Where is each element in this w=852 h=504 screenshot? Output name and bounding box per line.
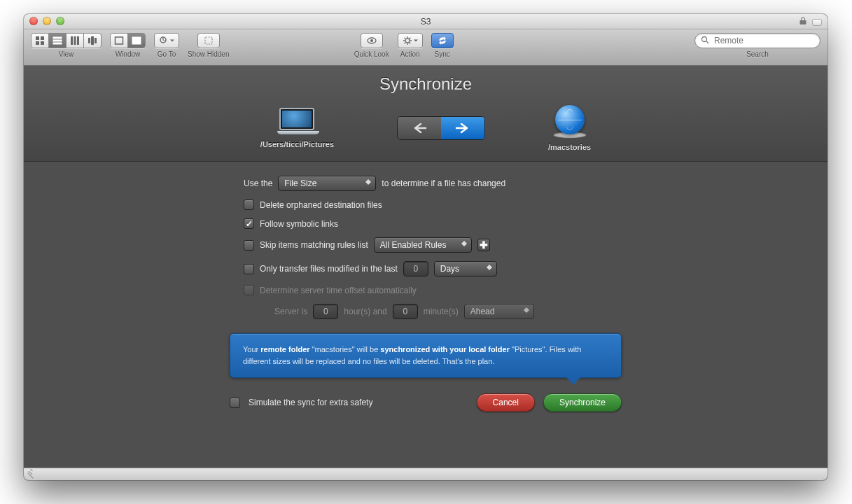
server-hours-value: 0 bbox=[313, 304, 338, 319]
svg-rect-15 bbox=[137, 37, 141, 44]
svg-rect-4 bbox=[53, 37, 62, 38]
svg-point-29 bbox=[701, 36, 706, 41]
svg-rect-3 bbox=[41, 41, 44, 45]
server-is-prefix: Server is bbox=[274, 307, 307, 316]
svg-rect-5 bbox=[53, 40, 62, 41]
view-mode-segment bbox=[31, 33, 102, 48]
toolbar: View Window Go To Show bbox=[24, 29, 827, 66]
simulate-checkbox[interactable] bbox=[230, 398, 240, 408]
window-split-button[interactable] bbox=[127, 33, 146, 48]
globe-icon bbox=[553, 105, 587, 139]
only-transfer-checkbox[interactable] bbox=[244, 264, 254, 274]
rules-dropdown[interactable]: All Enabled Rules bbox=[374, 237, 472, 253]
only-transfer-unit-dropdown[interactable]: Days bbox=[434, 261, 497, 276]
svg-line-28 bbox=[404, 43, 405, 43]
goto-button[interactable] bbox=[154, 33, 179, 48]
skip-rules-label: Skip items matching rules list bbox=[260, 240, 368, 250]
sync-panel: Synchronize /Users/ticci/Pictures bbox=[24, 66, 827, 468]
search-label: Search bbox=[746, 50, 769, 58]
svg-rect-10 bbox=[88, 38, 90, 43]
show-hidden-button[interactable] bbox=[197, 33, 220, 48]
titlebar-pill-button[interactable] bbox=[812, 19, 822, 26]
add-rule-button[interactable]: ✚ bbox=[477, 239, 490, 251]
svg-rect-13 bbox=[116, 37, 123, 44]
only-transfer-label: Only transfer files modified in the last bbox=[260, 264, 398, 274]
svg-line-30 bbox=[706, 41, 708, 43]
svg-rect-8 bbox=[74, 36, 76, 45]
window-title: S3 bbox=[421, 17, 431, 27]
quick-look-button[interactable] bbox=[361, 33, 383, 48]
quick-look-label: Quick Look bbox=[354, 50, 389, 58]
summary-callout: Your remote folder "macstories" will be … bbox=[230, 333, 622, 378]
skip-rules-checkbox[interactable] bbox=[244, 240, 254, 251]
minutes-label: minute(s) bbox=[424, 307, 459, 316]
synchronize-button[interactable]: Synchronize bbox=[543, 393, 622, 412]
view-coverflow-button[interactable] bbox=[83, 33, 102, 48]
svg-rect-12 bbox=[95, 38, 97, 43]
svg-rect-1 bbox=[41, 36, 44, 40]
window-pane-segment bbox=[110, 33, 146, 48]
local-endpoint: /Users/ticci/Pictures bbox=[260, 108, 334, 148]
window-minimize-button[interactable] bbox=[43, 17, 51, 25]
svg-rect-2 bbox=[36, 41, 39, 45]
svg-rect-11 bbox=[91, 36, 94, 45]
window-label: Window bbox=[116, 50, 141, 58]
use-the-suffix: to determine if a file has changed bbox=[382, 178, 505, 188]
resize-grip-icon[interactable] bbox=[28, 470, 36, 478]
cancel-button[interactable]: Cancel bbox=[477, 393, 535, 412]
sync-button[interactable] bbox=[431, 33, 454, 48]
app-window: S3 View bbox=[24, 14, 827, 480]
offset-direction-dropdown: Ahead bbox=[464, 304, 534, 319]
show-hidden-label: Show Hidden bbox=[188, 50, 229, 58]
direction-right-button[interactable] bbox=[441, 117, 484, 139]
action-label: Action bbox=[400, 50, 420, 58]
simulate-label: Simulate the sync for extra safety bbox=[249, 398, 372, 407]
remote-path-label: /macstories bbox=[548, 143, 591, 151]
laptop-icon bbox=[277, 108, 316, 136]
svg-rect-9 bbox=[77, 36, 79, 45]
panel-title: Synchronize bbox=[24, 74, 827, 94]
local-path-label: /Users/ticci/Pictures bbox=[260, 140, 334, 148]
svg-line-26 bbox=[409, 43, 410, 43]
action-button[interactable] bbox=[398, 33, 423, 48]
sync-label: Sync bbox=[435, 50, 450, 58]
svg-rect-7 bbox=[71, 36, 73, 45]
svg-point-20 bbox=[405, 38, 410, 43]
server-offset-label: Determine server time offset automatical… bbox=[260, 286, 417, 295]
follow-symlinks-checkbox[interactable] bbox=[244, 218, 254, 229]
delete-orphaned-label: Delete orphaned destination files bbox=[260, 200, 382, 210]
use-the-prefix: Use the bbox=[244, 178, 272, 188]
search-field[interactable] bbox=[694, 33, 820, 48]
svg-rect-6 bbox=[53, 43, 62, 44]
only-transfer-value[interactable]: 0 bbox=[403, 261, 428, 276]
svg-rect-14 bbox=[132, 37, 137, 44]
remote-endpoint: /macstories bbox=[548, 105, 591, 151]
compare-method-dropdown[interactable]: File Size bbox=[278, 176, 376, 191]
server-offset-checkbox bbox=[244, 285, 254, 295]
view-label: View bbox=[59, 50, 74, 58]
svg-point-19 bbox=[370, 39, 373, 42]
goto-label: Go To bbox=[158, 50, 176, 58]
search-icon bbox=[701, 36, 709, 46]
lock-icon bbox=[799, 17, 806, 27]
hours-label: hour(s) and bbox=[344, 307, 386, 316]
server-minutes-value: 0 bbox=[393, 304, 418, 319]
svg-rect-0 bbox=[36, 36, 39, 40]
status-bar bbox=[24, 468, 827, 480]
window-single-button[interactable] bbox=[110, 33, 128, 48]
view-list-button[interactable] bbox=[48, 33, 67, 48]
svg-line-25 bbox=[404, 38, 405, 38]
search-input[interactable] bbox=[713, 35, 820, 46]
view-column-button[interactable] bbox=[66, 33, 84, 48]
delete-orphaned-checkbox[interactable] bbox=[244, 200, 254, 210]
view-icon-button[interactable] bbox=[31, 33, 49, 48]
window-close-button[interactable] bbox=[29, 17, 38, 25]
titlebar: S3 bbox=[24, 14, 827, 29]
window-zoom-button[interactable] bbox=[56, 17, 64, 25]
svg-rect-17 bbox=[205, 37, 212, 44]
direction-left-button[interactable] bbox=[398, 117, 441, 139]
svg-line-27 bbox=[409, 38, 410, 38]
direction-toggle bbox=[397, 116, 485, 140]
follow-symlinks-label: Follow symbolic links bbox=[260, 219, 338, 229]
